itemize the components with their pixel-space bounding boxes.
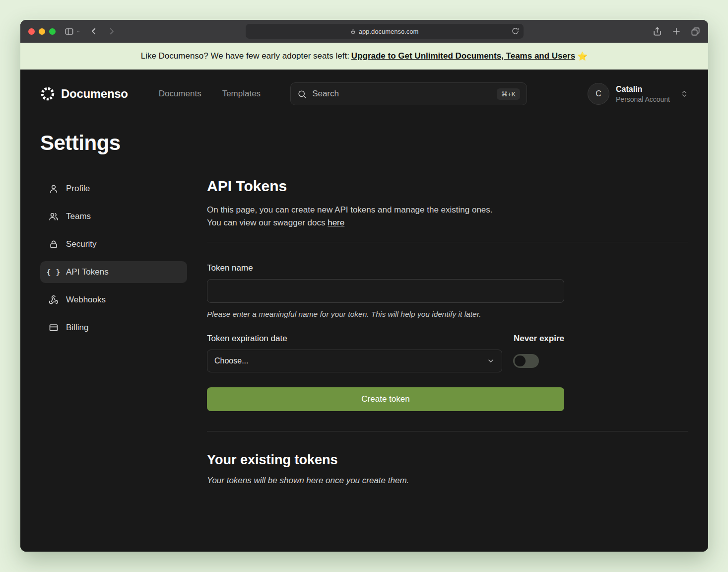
new-tab-icon[interactable] (672, 27, 681, 36)
sidebar-item-label: Billing (66, 323, 88, 333)
tab-overview-icon[interactable] (691, 27, 700, 36)
back-button[interactable] (89, 27, 98, 36)
documenso-logo-icon (40, 86, 55, 101)
section-description: On this page, you can create new API tok… (207, 204, 688, 229)
account-name: Catalin (616, 85, 670, 94)
token-name-hint: Please enter a meaningful name for your … (207, 310, 564, 319)
expiration-selected-value: Choose... (214, 357, 248, 365)
search-shortcut-badge: ⌘+K (497, 88, 520, 100)
nav-documents[interactable]: Documents (159, 89, 201, 99)
sidebar-item-label: API Tokens (66, 267, 109, 277)
browser-window: app.documenso.com Like Documenso? We hav… (20, 20, 708, 552)
credit-card-icon (49, 323, 59, 333)
account-type: Personal Account (616, 95, 670, 103)
minimize-window-button[interactable] (39, 28, 45, 35)
address-bar[interactable]: app.documenso.com (246, 24, 524, 39)
search-input[interactable]: Search ⌘+K (290, 82, 527, 105)
promo-banner: Like Documenso? We have few early adopte… (20, 43, 708, 70)
user-icon (49, 184, 59, 194)
brand[interactable]: Documenso (40, 86, 128, 101)
toggle-knob (515, 356, 526, 366)
section-heading: API Tokens (207, 178, 688, 195)
sidebar-toggle-icon[interactable] (65, 27, 80, 36)
top-nav: Documents Templates (159, 89, 261, 99)
account-menu[interactable]: C Catalin Personal Account (588, 83, 688, 105)
expiration-label: Token expiration date (207, 334, 287, 344)
sidebar-item-api-tokens[interactable]: { } API Tokens (40, 261, 187, 283)
search-icon (297, 89, 307, 99)
close-window-button[interactable] (28, 28, 35, 35)
sidebar-item-security[interactable]: Security (40, 233, 187, 255)
banner-text: Like Documenso? We have few early adopte… (141, 51, 349, 61)
sidebar-item-teams[interactable]: Teams (40, 206, 187, 227)
sidebar-item-label: Profile (66, 184, 90, 194)
users-icon (49, 212, 59, 221)
existing-tokens-heading: Your existing tokens (207, 452, 688, 468)
api-tokens-panel: API Tokens On this page, you can create … (207, 178, 688, 486)
star-icon: ⭐ (577, 51, 588, 62)
window-controls (28, 28, 56, 35)
create-token-form: Token name Please enter a meaningful nam… (207, 263, 564, 411)
swagger-docs-link[interactable]: here (328, 218, 344, 227)
avatar: C (588, 83, 609, 105)
share-icon[interactable] (653, 27, 662, 36)
search-placeholder: Search (312, 89, 339, 99)
lock-icon (350, 29, 356, 34)
upgrade-link[interactable]: Upgrade to Get Unlimited Documents, Team… (351, 51, 575, 61)
settings-sidebar: Profile Teams Security { } API Token (40, 178, 187, 486)
token-name-input[interactable] (207, 279, 564, 303)
existing-tokens-empty-text: Your tokens will be shown here once you … (207, 476, 688, 486)
browser-chrome: app.documenso.com (20, 20, 708, 43)
app-content: Documenso Documents Templates Search ⌘+K… (20, 70, 708, 552)
sidebar-item-label: Teams (66, 212, 91, 221)
sidebar-item-label: Webhooks (66, 295, 106, 305)
nav-templates[interactable]: Templates (222, 89, 261, 99)
zoom-window-button[interactable] (49, 28, 56, 35)
sidebar-item-profile[interactable]: Profile (40, 178, 187, 200)
app-header: Documenso Documents Templates Search ⌘+K… (40, 70, 688, 105)
chevron-down-icon (487, 357, 495, 365)
sidebar-item-webhooks[interactable]: Webhooks (40, 289, 187, 311)
create-token-button[interactable]: Create token (207, 387, 564, 411)
url-text: app.documenso.com (359, 28, 419, 35)
expiration-select[interactable]: Choose... (207, 350, 502, 372)
never-expire-toggle[interactable] (513, 354, 539, 368)
lock-icon (49, 239, 59, 249)
divider (207, 431, 688, 431)
token-name-label: Token name (207, 263, 564, 273)
divider (207, 242, 688, 242)
sidebar-item-billing[interactable]: Billing (40, 317, 187, 339)
forward-button[interactable] (107, 27, 116, 36)
reload-icon[interactable] (512, 27, 519, 35)
chevrons-up-down-icon (680, 90, 688, 98)
brand-name: Documenso (61, 87, 128, 101)
braces-icon: { } (49, 268, 59, 276)
never-expire-label: Never expire (514, 334, 564, 344)
sidebar-item-label: Security (66, 239, 96, 249)
webhook-icon (49, 295, 59, 305)
page-title: Settings (40, 131, 688, 155)
